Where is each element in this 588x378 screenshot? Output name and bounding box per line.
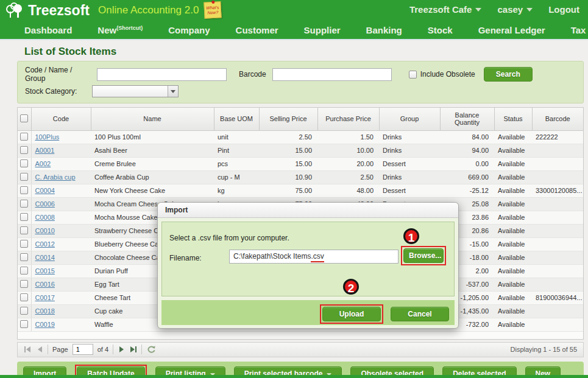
user-menu[interactable]: casey [497,4,533,15]
row-checkbox[interactable] [20,200,28,208]
browse-button[interactable]: Browse... [403,248,444,263]
nav-supplier[interactable]: Supplier [304,25,341,35]
filename-input[interactable]: C:\fakepath\Stock Items.csv [229,250,398,264]
row-checkbox[interactable] [20,186,28,194]
stock-uom: pcs [214,157,259,170]
stock-code-link[interactable]: C0015 [35,267,55,275]
stock-group: Dessert [379,184,440,197]
stock-barcode [532,278,583,291]
nav-new[interactable]: New(Shortcut) [97,25,143,35]
code-name-group-label: Code / Name / Group [25,66,92,83]
search-button[interactable]: Search [484,67,533,82]
row-checkbox[interactable] [20,146,28,154]
csv-extension-annotation: .csv [311,252,324,262]
include-obsolete-checkbox[interactable] [409,71,417,79]
row-checkbox[interactable] [20,293,28,301]
refresh-icon[interactable] [146,345,156,354]
stock-purchase-price: 48.00 [317,184,379,197]
product-title: Online Accounting 2.0 [98,4,199,16]
row-checkbox[interactable] [20,159,28,167]
page-number-input[interactable] [73,344,93,355]
stock-barcode [532,318,583,331]
stock-barcode [532,211,583,224]
stock-code-link[interactable]: A002 [35,160,51,167]
stock-code-link[interactable]: C0014 [35,254,55,261]
stock-code-link[interactable]: 100Plus [35,133,60,141]
nav-general-ledger[interactable]: General Ledger [478,25,545,35]
stock-barcode [532,264,583,278]
row-checkbox[interactable] [20,320,28,328]
stock-purchase-price: 1.50 [317,130,379,144]
stock-code-link[interactable]: C0012 [35,240,55,248]
nav-dashboard[interactable]: Dashboard [24,25,72,35]
stock-name: Creme Brulee [91,157,214,170]
brand-name: Treezsoft [28,2,90,19]
nav-customer[interactable]: Customer [236,25,278,35]
nav-tax[interactable]: Tax [571,25,586,35]
last-page-button[interactable] [129,346,137,353]
table-row: C. Arabia cupCoffee Arabia Cupcup - M10.… [18,170,583,184]
row-checkbox[interactable] [20,307,28,315]
barcode-input[interactable] [272,68,392,81]
stock-code-link[interactable]: C0008 [35,214,55,221]
chevron-down-icon [526,8,533,12]
select-all-checkbox[interactable] [20,114,28,122]
stock-category-label: Stock Category: [25,87,86,96]
stock-status: Available [494,251,532,264]
whats-new-icon[interactable]: What'sNew? [204,1,221,18]
stock-code-link[interactable]: C0019 [35,321,55,328]
stock-selling-price: 2.50 [259,130,317,144]
stock-balance-quantity: 84.00 [440,130,494,144]
stock-barcode [532,197,583,211]
col-status: Status [494,108,532,130]
stock-code-link[interactable]: C0004 [35,187,55,194]
select-all-header [18,108,31,130]
nav-company[interactable]: Company [168,25,210,35]
stock-code-link[interactable]: A0001 [35,147,55,154]
stock-category-select[interactable] [92,85,179,97]
dialog-title: Import [158,203,458,218]
col-balance-quantity: Balance Quantity [440,108,494,130]
col-code: Code [31,108,91,130]
next-page-button[interactable] [118,346,125,353]
col-base-uom: Base UOM [214,108,259,130]
row-checkbox[interactable] [20,133,28,141]
filename-label: Filename: [169,254,202,262]
pagination-bar: Page of 4 Displaying 1 - 15 of 55 [17,342,584,357]
stock-barcode [532,304,583,318]
first-page-button[interactable] [24,346,32,353]
stock-code-link[interactable]: C0017 [35,294,55,301]
logout-link[interactable]: Logout [548,4,579,15]
company-menu[interactable]: Treezsoft Cafe [409,4,482,15]
stock-code-link[interactable]: C0016 [35,281,55,288]
stock-code-link[interactable]: C0018 [35,307,55,315]
stock-name: Coffee Arabia Cup [91,170,214,184]
stock-barcode [532,144,583,157]
brand-logo[interactable]: Treezsoft [5,1,90,19]
row-checkbox[interactable] [20,240,28,248]
nav-stock[interactable]: Stock [428,25,453,35]
stock-status: Available [494,144,532,157]
row-checkbox[interactable] [20,173,28,181]
code-name-group-input[interactable] [97,68,227,81]
browse-annotation: Browse... [401,246,446,265]
app-header: Treezsoft Online Accounting 2.0 What'sNe… [0,0,588,40]
prev-page-button[interactable] [36,346,43,353]
table-row: A0001Asahi BeerPint15.0010.00Drinks94.00… [18,144,583,157]
stock-status: Available [494,237,532,251]
nav-banking[interactable]: Banking [366,25,402,35]
row-checkbox[interactable] [20,280,28,288]
search-filter-panel: Code / Name / Group Barcode Include Obso… [17,61,584,103]
stock-barcode [532,251,583,264]
row-checkbox[interactable] [20,213,28,221]
upload-button[interactable]: Upload [322,307,381,321]
stock-code-link[interactable]: C0010 [35,227,55,234]
stock-code-link[interactable]: C. Arabia cup [35,173,76,181]
chevron-down-icon [168,86,178,97]
row-checkbox[interactable] [20,267,28,275]
stock-code-link[interactable]: C0006 [35,200,55,208]
row-checkbox[interactable] [20,253,28,261]
row-checkbox[interactable] [20,226,28,234]
page-of-label: of 4 [97,346,108,353]
cancel-button[interactable]: Cancel [391,307,449,321]
